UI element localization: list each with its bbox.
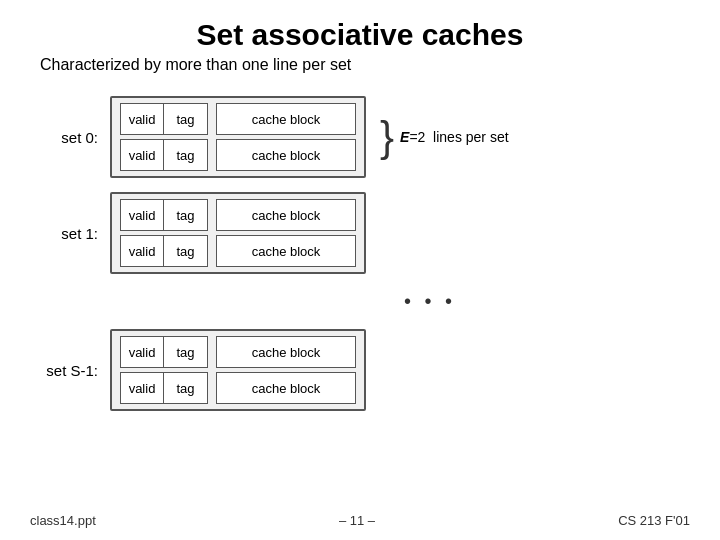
sets-area: set 0: valid tag cache block valid tag c…: [30, 96, 690, 411]
page-title: Set associative caches: [30, 18, 690, 52]
set-box-s1: valid tag cache block valid tag cache bl…: [110, 329, 366, 411]
set-label-0: set 0:: [40, 129, 98, 146]
footer-center: – 11 –: [339, 513, 375, 528]
page: Set associative caches Characterized by …: [0, 0, 720, 540]
footer: class14.ppt – 11 – CS 213 F'01: [30, 513, 690, 528]
dots-separator: • • •: [40, 290, 690, 313]
cell-cache-s1-0: cache block: [216, 336, 356, 368]
cell-valid-0-0: valid: [120, 103, 164, 135]
set-row-s1: set S-1: valid tag cache block valid tag…: [40, 329, 690, 411]
subtitle: Characterized by more than one line per …: [40, 56, 351, 74]
e-label-0: } E=2 lines per set: [380, 116, 509, 158]
set-box-1: valid tag cache block valid tag cache bl…: [110, 192, 366, 274]
brace-icon: }: [380, 116, 394, 158]
cache-line-1-1: valid tag cache block: [120, 235, 356, 267]
cell-cache-1-0: cache block: [216, 199, 356, 231]
cell-valid-0-1: valid: [120, 139, 164, 171]
cell-tag-1-0: tag: [164, 199, 208, 231]
set-row-0: set 0: valid tag cache block valid tag c…: [40, 96, 690, 178]
set-row-1: set 1: valid tag cache block valid tag c…: [40, 192, 690, 274]
cell-cache-0-0: cache block: [216, 103, 356, 135]
cell-valid-1-0: valid: [120, 199, 164, 231]
cell-valid-1-1: valid: [120, 235, 164, 267]
footer-right: CS 213 F'01: [618, 513, 690, 528]
cell-tag-0-1: tag: [164, 139, 208, 171]
cell-tag-s1-0: tag: [164, 336, 208, 368]
set-box-0: valid tag cache block valid tag cache bl…: [110, 96, 366, 178]
cache-line-s1-1: valid tag cache block: [120, 372, 356, 404]
cell-valid-s1-0: valid: [120, 336, 164, 368]
cache-line-s1-0: valid tag cache block: [120, 336, 356, 368]
set-label-1: set 1:: [40, 225, 98, 242]
cell-tag-s1-1: tag: [164, 372, 208, 404]
cell-cache-1-1: cache block: [216, 235, 356, 267]
e-text: E=2 lines per set: [400, 129, 509, 145]
cell-cache-s1-1: cache block: [216, 372, 356, 404]
cell-tag-1-1: tag: [164, 235, 208, 267]
cache-line-0-0: valid tag cache block: [120, 103, 356, 135]
cell-valid-s1-1: valid: [120, 372, 164, 404]
cell-tag-0-0: tag: [164, 103, 208, 135]
set-label-s1: set S-1:: [40, 362, 98, 379]
footer-left: class14.ppt: [30, 513, 96, 528]
cell-cache-0-1: cache block: [216, 139, 356, 171]
cache-line-1-0: valid tag cache block: [120, 199, 356, 231]
cache-line-0-1: valid tag cache block: [120, 139, 356, 171]
